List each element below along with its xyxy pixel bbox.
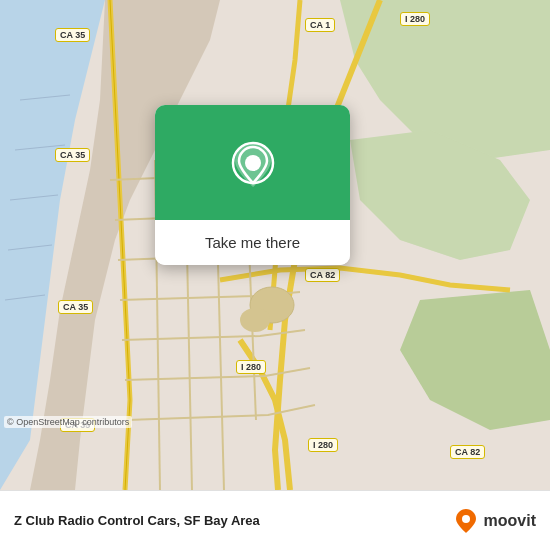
road-label-ca35-top: CA 35 — [55, 28, 90, 42]
bottom-bar-info: Z Club Radio Control Cars, SF Bay Area — [14, 513, 260, 528]
map-attribution: © OpenStreetMap contributors — [4, 416, 132, 428]
bottom-bar: Z Club Radio Control Cars, SF Bay Area m… — [0, 490, 550, 550]
location-popup: Take me there — [155, 105, 350, 265]
location-pin-icon — [229, 139, 277, 187]
take-me-there-button[interactable]: Take me there — [169, 230, 336, 255]
road-label-i280-lower: I 280 — [236, 360, 266, 374]
popup-header — [155, 105, 350, 220]
location-title: Z Club Radio Control Cars, SF Bay Area — [14, 513, 260, 528]
road-label-ca82: CA 82 — [305, 268, 340, 282]
road-label-i280-bottom: I 280 — [308, 438, 338, 452]
road-label-ca35-mid: CA 35 — [55, 148, 90, 162]
svg-point-2 — [240, 308, 270, 332]
moovit-brand-text: moovit — [484, 512, 536, 530]
road-label-ca1: CA 1 — [305, 18, 335, 32]
svg-point-5 — [248, 156, 258, 166]
road-label-i280-top: I 280 — [400, 12, 430, 26]
moovit-logo: moovit — [452, 507, 536, 535]
svg-point-6 — [462, 515, 470, 523]
moovit-pin-icon — [452, 507, 480, 535]
road-label-ca82-bottom: CA 82 — [450, 445, 485, 459]
road-label-ca35-lower: CA 35 — [58, 300, 93, 314]
popup-button-section: Take me there — [155, 220, 350, 265]
map-container: CA 35 CA 1 I 280 CA 35 CA 82 CA 35 I 280… — [0, 0, 550, 490]
